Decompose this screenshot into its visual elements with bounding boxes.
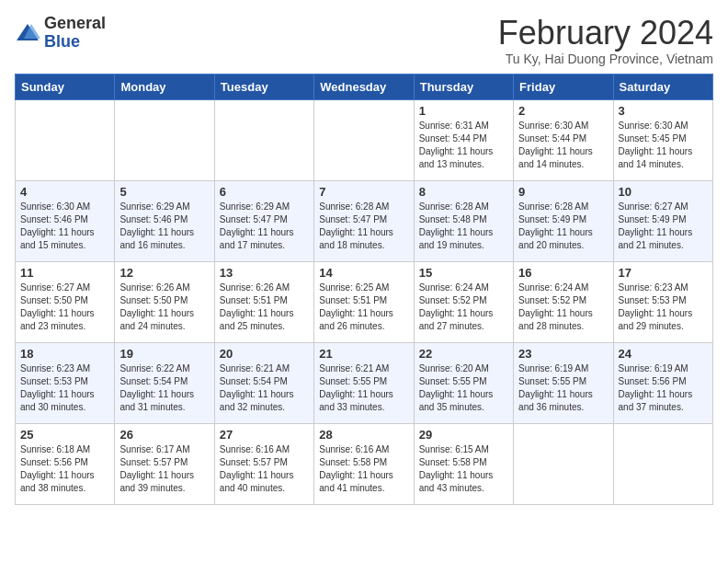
day-info: Sunrise: 6:28 AM Sunset: 5:48 PM Dayligh… (419, 201, 508, 252)
calendar-subtitle: Tu Ky, Hai Duong Province, Vietnam (498, 52, 713, 66)
logo-icon (15, 20, 40, 46)
calendar-cell (214, 99, 313, 180)
day-info: Sunrise: 6:27 AM Sunset: 5:49 PM Dayligh… (619, 201, 708, 252)
day-info: Sunrise: 6:18 AM Sunset: 5:56 PM Dayligh… (20, 443, 109, 495)
calendar-cell: 27Sunrise: 6:16 AM Sunset: 5:57 PM Dayli… (214, 423, 313, 504)
day-info: Sunrise: 6:23 AM Sunset: 5:53 PM Dayligh… (619, 282, 708, 333)
calendar-title: February 2024 (498, 15, 713, 52)
calendar-cell: 7Sunrise: 6:28 AM Sunset: 5:47 PM Daylig… (314, 180, 414, 261)
day-info: Sunrise: 6:28 AM Sunset: 5:49 PM Dayligh… (518, 201, 608, 252)
calendar-cell: 16Sunrise: 6:24 AM Sunset: 5:52 PM Dayli… (514, 261, 613, 342)
day-number: 2 (518, 104, 608, 118)
header: General Blue February 2024 Tu Ky, Hai Du… (15, 15, 713, 66)
day-info: Sunrise: 6:15 AM Sunset: 5:58 PM Dayligh… (419, 443, 508, 495)
calendar-cell: 19Sunrise: 6:22 AM Sunset: 5:54 PM Dayli… (115, 342, 214, 423)
day-info: Sunrise: 6:30 AM Sunset: 5:46 PM Dayligh… (20, 201, 109, 252)
calendar-cell: 29Sunrise: 6:15 AM Sunset: 5:58 PM Dayli… (414, 423, 513, 504)
calendar-week-row: 4Sunrise: 6:30 AM Sunset: 5:46 PM Daylig… (16, 180, 713, 261)
calendar-cell: 12Sunrise: 6:26 AM Sunset: 5:50 PM Dayli… (115, 261, 214, 342)
calendar-cell: 1Sunrise: 6:31 AM Sunset: 5:44 PM Daylig… (414, 99, 513, 180)
day-number: 11 (20, 266, 109, 280)
calendar-cell: 5Sunrise: 6:29 AM Sunset: 5:46 PM Daylig… (115, 180, 214, 261)
day-info: Sunrise: 6:30 AM Sunset: 5:44 PM Dayligh… (518, 120, 608, 171)
calendar-week-row: 18Sunrise: 6:23 AM Sunset: 5:53 PM Dayli… (16, 342, 713, 423)
day-info: Sunrise: 6:31 AM Sunset: 5:44 PM Dayligh… (419, 120, 508, 171)
calendar-cell: 25Sunrise: 6:18 AM Sunset: 5:56 PM Dayli… (16, 423, 115, 504)
day-number: 23 (518, 347, 608, 361)
day-info: Sunrise: 6:19 AM Sunset: 5:55 PM Dayligh… (518, 362, 608, 414)
day-header-friday: Friday (514, 74, 613, 99)
day-number: 25 (20, 428, 109, 442)
day-number: 14 (319, 266, 408, 280)
calendar-header-row: SundayMondayTuesdayWednesdayThursdayFrid… (16, 74, 713, 99)
day-number: 1 (419, 104, 508, 118)
calendar-cell (16, 99, 115, 180)
calendar-cell: 6Sunrise: 6:29 AM Sunset: 5:47 PM Daylig… (214, 180, 313, 261)
day-number: 9 (518, 185, 608, 199)
day-info: Sunrise: 6:17 AM Sunset: 5:57 PM Dayligh… (119, 443, 209, 495)
calendar-cell: 15Sunrise: 6:24 AM Sunset: 5:52 PM Dayli… (414, 261, 513, 342)
day-number: 7 (319, 185, 408, 199)
day-info: Sunrise: 6:24 AM Sunset: 5:52 PM Dayligh… (518, 282, 608, 333)
calendar-cell (514, 423, 613, 504)
day-number: 22 (419, 347, 508, 361)
calendar-cell: 23Sunrise: 6:19 AM Sunset: 5:55 PM Dayli… (514, 342, 613, 423)
day-number: 15 (419, 266, 508, 280)
day-number: 28 (319, 428, 408, 442)
title-area: February 2024 Tu Ky, Hai Duong Province,… (498, 15, 713, 66)
logo: General Blue (15, 15, 106, 52)
day-number: 6 (220, 185, 309, 199)
calendar-cell (613, 423, 712, 504)
calendar-cell: 18Sunrise: 6:23 AM Sunset: 5:53 PM Dayli… (16, 342, 115, 423)
calendar-cell: 9Sunrise: 6:28 AM Sunset: 5:49 PM Daylig… (514, 180, 613, 261)
calendar-cell: 11Sunrise: 6:27 AM Sunset: 5:50 PM Dayli… (16, 261, 115, 342)
calendar-cell: 13Sunrise: 6:26 AM Sunset: 5:51 PM Dayli… (214, 261, 313, 342)
day-info: Sunrise: 6:21 AM Sunset: 5:55 PM Dayligh… (319, 362, 408, 414)
day-header-tuesday: Tuesday (214, 74, 313, 99)
calendar-cell: 26Sunrise: 6:17 AM Sunset: 5:57 PM Dayli… (115, 423, 214, 504)
calendar-cell: 2Sunrise: 6:30 AM Sunset: 5:44 PM Daylig… (514, 99, 613, 180)
day-info: Sunrise: 6:27 AM Sunset: 5:50 PM Dayligh… (20, 282, 109, 333)
day-number: 8 (419, 185, 508, 199)
calendar-week-row: 1Sunrise: 6:31 AM Sunset: 5:44 PM Daylig… (16, 99, 713, 180)
calendar-cell: 10Sunrise: 6:27 AM Sunset: 5:49 PM Dayli… (613, 180, 712, 261)
day-number: 24 (619, 347, 708, 361)
day-info: Sunrise: 6:22 AM Sunset: 5:54 PM Dayligh… (119, 362, 209, 414)
calendar-week-row: 25Sunrise: 6:18 AM Sunset: 5:56 PM Dayli… (16, 423, 713, 504)
day-info: Sunrise: 6:20 AM Sunset: 5:55 PM Dayligh… (419, 362, 508, 414)
day-info: Sunrise: 6:16 AM Sunset: 5:58 PM Dayligh… (319, 443, 408, 495)
calendar-cell: 4Sunrise: 6:30 AM Sunset: 5:46 PM Daylig… (16, 180, 115, 261)
day-number: 20 (220, 347, 309, 361)
calendar-cell: 8Sunrise: 6:28 AM Sunset: 5:48 PM Daylig… (414, 180, 513, 261)
day-number: 10 (619, 185, 708, 199)
calendar-cell: 14Sunrise: 6:25 AM Sunset: 5:51 PM Dayli… (314, 261, 414, 342)
day-number: 19 (119, 347, 209, 361)
day-number: 29 (419, 428, 508, 442)
day-info: Sunrise: 6:30 AM Sunset: 5:45 PM Dayligh… (619, 120, 708, 171)
calendar-cell: 22Sunrise: 6:20 AM Sunset: 5:55 PM Dayli… (414, 342, 513, 423)
calendar-cell (115, 99, 214, 180)
calendar-cell (314, 99, 414, 180)
calendar-cell: 28Sunrise: 6:16 AM Sunset: 5:58 PM Dayli… (314, 423, 414, 504)
day-info: Sunrise: 6:19 AM Sunset: 5:56 PM Dayligh… (619, 362, 708, 414)
day-number: 12 (119, 266, 209, 280)
calendar-cell: 21Sunrise: 6:21 AM Sunset: 5:55 PM Dayli… (314, 342, 414, 423)
day-info: Sunrise: 6:25 AM Sunset: 5:51 PM Dayligh… (319, 282, 408, 333)
day-number: 26 (119, 428, 209, 442)
logo-blue-text: Blue (44, 32, 80, 51)
day-info: Sunrise: 6:26 AM Sunset: 5:51 PM Dayligh… (220, 282, 309, 333)
day-header-saturday: Saturday (613, 74, 712, 99)
day-number: 16 (518, 266, 608, 280)
calendar-table: SundayMondayTuesdayWednesdayThursdayFrid… (15, 74, 713, 505)
day-number: 13 (220, 266, 309, 280)
calendar-cell: 17Sunrise: 6:23 AM Sunset: 5:53 PM Dayli… (613, 261, 712, 342)
logo-general-text: General (44, 14, 106, 32)
day-number: 5 (119, 185, 209, 199)
day-info: Sunrise: 6:23 AM Sunset: 5:53 PM Dayligh… (20, 362, 109, 414)
day-info: Sunrise: 6:24 AM Sunset: 5:52 PM Dayligh… (419, 282, 508, 333)
day-number: 21 (319, 347, 408, 361)
calendar-cell: 24Sunrise: 6:19 AM Sunset: 5:56 PM Dayli… (613, 342, 712, 423)
day-number: 27 (220, 428, 309, 442)
day-info: Sunrise: 6:29 AM Sunset: 5:47 PM Dayligh… (220, 201, 309, 252)
day-number: 3 (619, 104, 708, 118)
